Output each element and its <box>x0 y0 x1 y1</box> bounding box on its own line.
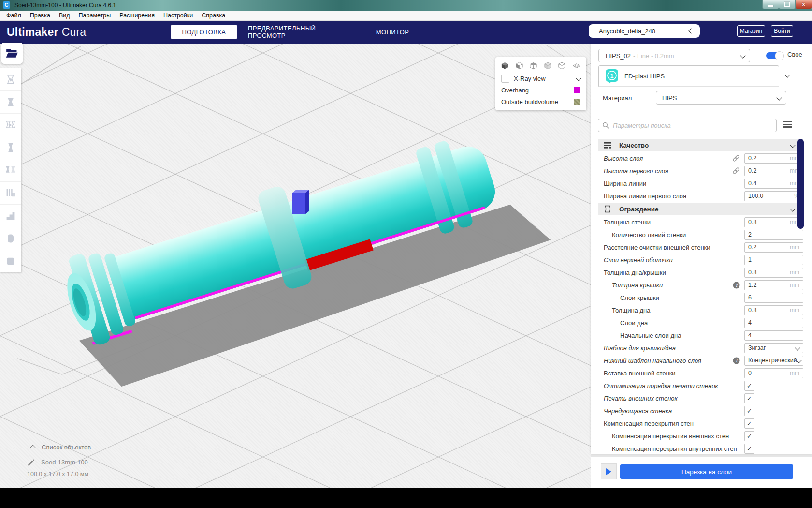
setting-value-field[interactable]: 1 <box>744 255 803 265</box>
setting-value-field[interactable]: 100.0% <box>744 191 803 201</box>
setting-checkbox[interactable]: ✓ <box>744 418 754 429</box>
menu-item[interactable]: Настройки <box>159 12 197 19</box>
slice-button[interactable]: Нарезка на слои <box>620 464 793 479</box>
sign-in-button[interactable]: Войти <box>771 25 793 37</box>
extruder-chevron-down-icon[interactable] <box>784 72 790 77</box>
setting-label: Высота первого слоя <box>598 167 732 175</box>
close-button[interactable]: x <box>795 0 812 9</box>
material-dropdown[interactable]: HIPS <box>656 91 786 105</box>
view-layers-icon[interactable] <box>572 61 581 70</box>
tool-support-blocker[interactable] <box>0 182 21 205</box>
xray-checkbox[interactable] <box>501 75 509 83</box>
tool-cube-support[interactable] <box>0 250 21 272</box>
menu-item[interactable]: Параметры <box>74 12 116 19</box>
tab-monitor[interactable]: МОНИТОР <box>372 25 413 39</box>
model-cylinder[interactable] <box>53 113 554 395</box>
setting-value-field[interactable]: 1.2mm <box>744 280 803 290</box>
section-header[interactable]: Качество <box>598 139 803 151</box>
chevron-down-icon[interactable] <box>576 75 581 81</box>
tool-scale[interactable] <box>0 91 21 114</box>
setting-value-field[interactable]: 0.2mm <box>744 153 803 164</box>
view-options-panel: X-Ray view Overhang Outside buildvolume <box>495 57 586 110</box>
menu-item[interactable]: Расширения <box>115 12 159 19</box>
settings-search-input[interactable]: Параметры поиска <box>598 119 777 132</box>
view-outline-icon[interactable] <box>558 61 566 70</box>
custom-mode-toggle[interactable] <box>766 52 783 59</box>
object-list-toggle[interactable]: Список объектов <box>31 444 91 451</box>
menu-item[interactable]: Правка <box>26 12 55 19</box>
setting-value-field[interactable]: 0.4mm <box>744 179 803 189</box>
tool-move[interactable] <box>0 68 21 91</box>
settings-scrollbar[interactable] <box>798 139 804 229</box>
svg-text:1: 1 <box>610 73 614 79</box>
support-blocker-cube[interactable] <box>292 190 309 214</box>
tab-preview[interactable]: ПРЕДВАРИТЕЛЬНЫЙ ПРОСМОТР <box>248 25 354 39</box>
minimize-button[interactable] <box>762 0 779 9</box>
view-solid-icon[interactable] <box>501 61 509 70</box>
setting-row: Компенсация перекрытия стен✓ <box>598 417 803 430</box>
view-light-icon[interactable] <box>544 61 552 70</box>
tool-cylinder-support[interactable] <box>0 227 21 250</box>
setting-label: Шаблон для крышки/дна <box>598 344 744 352</box>
setting-value-field[interactable]: 0.8mm <box>744 268 803 278</box>
profile-detail: - Fine - 0.2mm <box>633 52 674 60</box>
settings-menu-icon[interactable] <box>783 121 792 129</box>
setting-value-field[interactable]: 4 <box>744 318 803 328</box>
marketplace-button[interactable]: Магазин <box>737 25 765 37</box>
section-title: Качество <box>619 142 791 149</box>
link-icon <box>732 167 740 175</box>
setting-dropdown[interactable]: Зигзаг <box>744 343 803 353</box>
search-placeholder: Параметры поиска <box>613 122 671 129</box>
setting-dropdown[interactable]: Концентрический <box>744 356 803 366</box>
object-dimensions: 100.0 x 17.0 x 17.0 мм <box>27 471 88 478</box>
setting-value-field[interactable]: 6 <box>744 293 803 303</box>
restore-button[interactable] <box>779 0 796 9</box>
slice-play-button[interactable] <box>601 463 617 479</box>
setting-row: Расстояние очистки внешней стенки0.2mm <box>598 241 803 254</box>
viewport-3d[interactable]: X-Ray view Overhang Outside buildvolume … <box>0 44 591 488</box>
setting-label: Нижний шаблон начального слоя <box>598 357 733 364</box>
open-file-button[interactable] <box>1 43 23 64</box>
section-header[interactable]: Ограждение <box>598 203 803 215</box>
setting-value-field[interactable]: 0.2mm <box>744 242 803 253</box>
profile-dropdown[interactable]: HIPS_02 - Fine - 0.2mm <box>598 49 750 62</box>
extruder-tab[interactable]: 1 FD-plast HIPS <box>598 65 779 87</box>
fx-icon: f <box>733 282 740 289</box>
setting-row: Слои крышки6 <box>598 291 803 304</box>
setting-value-field[interactable]: 0.2mm <box>744 166 803 176</box>
tab-prepare[interactable]: ПОДГОТОВКА <box>171 25 237 39</box>
setting-value-field[interactable]: 4 <box>744 330 803 341</box>
view-top-shaded-icon[interactable] <box>529 61 537 70</box>
menu-item[interactable]: Файл <box>2 12 26 19</box>
slice-action-panel: Нарезка на слои <box>591 457 812 488</box>
setting-value-field[interactable]: 0.8mm <box>744 217 803 227</box>
setting-label: Печать внешних стенок <box>598 395 744 402</box>
view-front-shaded-icon[interactable] <box>515 61 523 70</box>
setting-checkbox[interactable]: ✓ <box>744 406 754 416</box>
buildplate-scene <box>0 44 591 488</box>
menu-item[interactable]: Справка <box>197 12 230 19</box>
setting-checkbox[interactable]: ✓ <box>744 431 754 441</box>
setting-label: Оптимизация порядка печати стенок <box>598 382 744 389</box>
section-title: Ограждение <box>619 206 791 213</box>
pencil-icon <box>27 458 35 466</box>
menu-item[interactable]: Вид <box>55 12 74 19</box>
setting-value-field[interactable]: 0mm <box>744 368 803 378</box>
view-mode-icons <box>495 60 586 73</box>
setting-value-field[interactable]: 0.8mm <box>744 305 803 315</box>
custom-mode-label: Свое <box>787 51 802 58</box>
setting-checkbox[interactable]: ✓ <box>744 444 754 454</box>
tool-per-model-settings[interactable] <box>0 159 21 182</box>
tool-rotate[interactable] <box>0 114 21 136</box>
setting-row: Толщина дна/крышки0.8mm <box>598 266 803 279</box>
setting-checkbox[interactable]: ✓ <box>744 393 754 403</box>
tool-custom-supports[interactable] <box>0 205 21 227</box>
chevron-down-icon <box>790 206 795 211</box>
setting-checkbox[interactable]: ✓ <box>744 381 754 391</box>
setting-label: Толщина дна <box>598 307 744 314</box>
object-name-row[interactable]: Soed-13mm-100 <box>27 458 88 466</box>
tool-mirror[interactable] <box>0 136 21 159</box>
setting-row: Оптимизация порядка печати стенок✓ <box>598 379 803 392</box>
printer-selector[interactable]: Anycubic_delta_240 <box>589 24 700 38</box>
setting-value-field[interactable]: 2 <box>744 230 803 240</box>
